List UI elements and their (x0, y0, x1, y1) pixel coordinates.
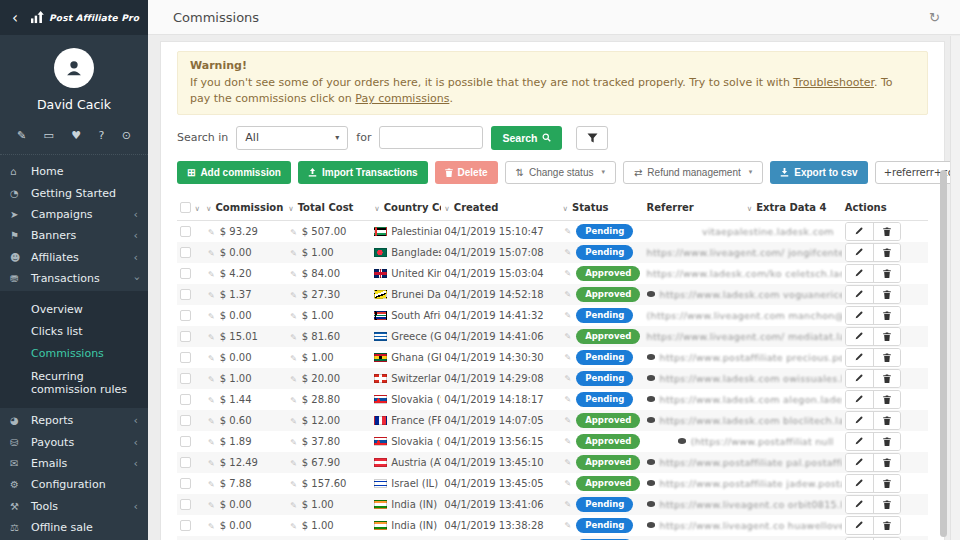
edit-inline-icon[interactable]: ✎ (564, 248, 571, 257)
row-checkbox[interactable] (180, 478, 191, 489)
pencil-icon[interactable]: ✎ (17, 129, 26, 142)
row-checkbox[interactable] (180, 436, 191, 447)
column-header-country-code[interactable]: ∨Country Code (371, 195, 441, 221)
change-status-button[interactable]: ⇅ Change status ▾ (505, 161, 616, 184)
delete-button[interactable]: Delete (435, 161, 498, 184)
column-header-status[interactable]: ∨Status (559, 195, 643, 221)
sidebar-subitem-overview[interactable]: Overview (0, 298, 148, 320)
sort-chevron-icon[interactable]: ∨ (374, 204, 380, 213)
delete-row-button[interactable] (873, 475, 900, 492)
delete-row-button[interactable] (873, 496, 900, 513)
edit-inline-icon[interactable]: ✎ (564, 437, 571, 446)
column-header-total-cost[interactable]: ∨Total Cost (285, 195, 371, 221)
sidebar-item-banners[interactable]: ⚑Banners‹ (0, 225, 148, 246)
view-preset-select[interactable]: +referrerr+ccode ▾ (875, 161, 960, 184)
power-icon[interactable]: ⊙ (122, 129, 131, 142)
filter-button[interactable] (576, 126, 608, 150)
sort-chevron-icon[interactable]: ∨ (747, 204, 753, 213)
edit-inline-icon[interactable]: ✎ (564, 353, 571, 362)
row-checkbox[interactable] (180, 457, 191, 468)
delete-row-button[interactable] (873, 517, 900, 534)
edit-button[interactable] (846, 496, 873, 513)
sidebar-item-home[interactable]: ⌂Home (0, 161, 148, 182)
refresh-icon[interactable]: ↻ (929, 10, 940, 25)
column-header-created[interactable]: ∨Created (441, 195, 559, 221)
edit-button[interactable] (846, 223, 873, 240)
edit-inline-icon[interactable]: ✎ (564, 416, 571, 425)
delete-row-button[interactable] (873, 244, 900, 261)
row-checkbox[interactable] (180, 226, 191, 237)
edit-inline-icon[interactable]: ✎ (208, 375, 215, 384)
row-checkbox[interactable] (180, 499, 191, 510)
heart-icon[interactable]: ♥ (71, 129, 81, 142)
delete-row-button[interactable] (873, 412, 900, 429)
sidebar-item-configuration[interactable]: ⚙Configuration (0, 474, 148, 495)
sidebar-item-affiliates[interactable]: ☻Affiliates‹ (0, 247, 148, 268)
edit-inline-icon[interactable]: ✎ (564, 227, 571, 236)
edit-inline-icon[interactable]: ✎ (290, 270, 297, 279)
edit-inline-icon[interactable]: ✎ (564, 395, 571, 404)
table-scrollbar-thumb[interactable] (940, 170, 947, 537)
edit-button[interactable] (846, 412, 873, 429)
sidebar-subitem-commissions[interactable]: Commissions (0, 343, 148, 365)
edit-inline-icon[interactable]: ✎ (290, 249, 297, 258)
row-checkbox[interactable] (180, 394, 191, 405)
edit-inline-icon[interactable]: ✎ (290, 459, 297, 468)
sidebar-item-offline-sale[interactable]: ⚖Offline sale (0, 517, 148, 538)
row-checkbox[interactable] (180, 415, 191, 426)
add-commission-button[interactable]: ⊞ Add commission (177, 161, 291, 184)
sort-chevron-icon[interactable]: ∨ (444, 204, 450, 213)
edit-inline-icon[interactable]: ✎ (208, 312, 215, 321)
edit-button[interactable] (846, 433, 873, 450)
brand-logo[interactable]: Post Affiliate Pro (30, 11, 148, 24)
edit-button[interactable] (846, 370, 873, 387)
sidebar-item-payouts[interactable]: ⛁Payouts‹ (0, 431, 148, 452)
edit-inline-icon[interactable]: ✎ (208, 438, 215, 447)
delete-row-button[interactable] (873, 370, 900, 387)
edit-inline-icon[interactable]: ✎ (290, 396, 297, 405)
row-checkbox[interactable] (180, 268, 191, 279)
edit-button[interactable] (846, 475, 873, 492)
delete-row-button[interactable] (873, 223, 900, 240)
sidebar-item-getting-started[interactable]: ◔Getting Started (0, 182, 148, 203)
sidebar-item-tools[interactable]: ⚒Tools‹ (0, 496, 148, 517)
avatar[interactable] (54, 48, 94, 88)
pay-commissions-link[interactable]: Pay commissions (355, 92, 449, 105)
sidebar-item-transactions[interactable]: ⛃Transactions‹ (0, 268, 148, 289)
delete-row-button[interactable] (873, 349, 900, 366)
delete-row-button[interactable] (873, 307, 900, 324)
edit-button[interactable] (846, 307, 873, 324)
collapse-sidebar-button[interactable]: ‹ (0, 9, 30, 27)
sidebar-item-reports[interactable]: ◕Reports‹ (0, 410, 148, 431)
edit-button[interactable] (846, 286, 873, 303)
delete-row-button[interactable] (873, 391, 900, 408)
column-header-extra-data-4[interactable]: ∨Extra Data 4 (744, 195, 842, 221)
edit-inline-icon[interactable]: ✎ (564, 332, 571, 341)
delete-row-button[interactable] (873, 328, 900, 345)
export-csv-button[interactable]: Export to csv (770, 161, 867, 184)
edit-inline-icon[interactable]: ✎ (564, 458, 571, 467)
sidebar-item-campaigns[interactable]: ➤Campaigns‹ (0, 204, 148, 225)
sort-chevron-icon[interactable]: ∨ (562, 204, 568, 213)
edit-inline-icon[interactable]: ✎ (290, 375, 297, 384)
edit-inline-icon[interactable]: ✎ (208, 291, 215, 300)
search-button[interactable]: Search (491, 126, 562, 150)
edit-button[interactable] (846, 454, 873, 471)
edit-inline-icon[interactable]: ✎ (208, 522, 215, 531)
edit-inline-icon[interactable]: ✎ (564, 269, 571, 278)
edit-button[interactable] (846, 244, 873, 261)
sort-chevron-icon[interactable]: ∨ (288, 204, 294, 213)
edit-inline-icon[interactable]: ✎ (208, 333, 215, 342)
row-checkbox[interactable] (180, 310, 191, 321)
edit-inline-icon[interactable]: ✎ (290, 291, 297, 300)
delete-row-button[interactable] (873, 433, 900, 450)
edit-button[interactable] (846, 328, 873, 345)
row-checkbox[interactable] (180, 247, 191, 258)
edit-inline-icon[interactable]: ✎ (208, 354, 215, 363)
edit-button[interactable] (846, 517, 873, 534)
row-checkbox[interactable] (180, 373, 191, 384)
edit-inline-icon[interactable]: ✎ (208, 396, 215, 405)
column-header-commission[interactable]: ∨Commission (203, 195, 285, 221)
edit-inline-icon[interactable]: ✎ (564, 311, 571, 320)
sidebar-item-emails[interactable]: ✉Emails‹ (0, 453, 148, 474)
